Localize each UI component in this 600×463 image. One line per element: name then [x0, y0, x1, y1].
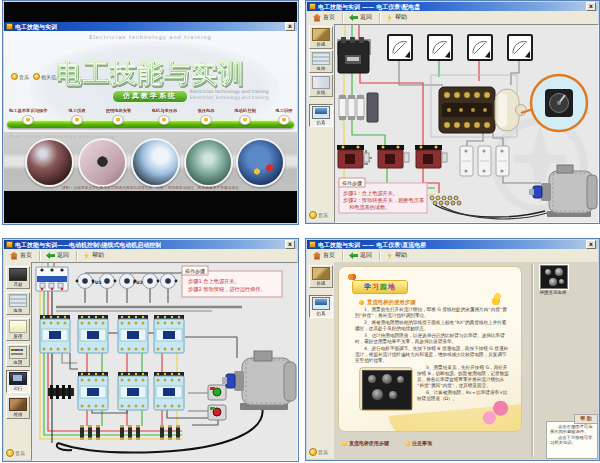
equipment-icon	[9, 268, 27, 281]
banner-english: Electrician technology and training	[4, 34, 297, 40]
rotary-switch[interactable]	[431, 75, 527, 137]
menu-item[interactable]: 电工仪表	[68, 108, 86, 130]
toolbar-separator	[342, 13, 344, 23]
pushbutton-box-sb2[interactable]	[208, 405, 226, 420]
butterfly-icon	[348, 274, 356, 280]
contactor[interactable]	[118, 315, 148, 353]
box-icon	[312, 267, 330, 280]
toolbar-separator	[342, 251, 344, 261]
window-title: 电工技能与实训	[15, 23, 57, 31]
contactor[interactable]	[154, 372, 184, 410]
run-icon	[9, 372, 27, 385]
toolbar-separator	[379, 13, 381, 23]
circuit-breaker[interactable]	[337, 37, 371, 73]
motor	[222, 351, 296, 410]
contactor[interactable]	[78, 372, 108, 410]
sidebar-simulation[interactable]: 仿真	[309, 295, 333, 318]
music-toggle[interactable]: 音乐	[6, 449, 25, 457]
sidebar-simulation[interactable]: 仿真	[309, 104, 333, 127]
bullet-icon	[342, 441, 347, 446]
fuse-bank[interactable]	[339, 93, 378, 122]
help-button[interactable]: 帮助	[383, 12, 410, 23]
sidebar-circuit[interactable]: 电路	[6, 292, 30, 315]
menu-oval-button[interactable]	[158, 115, 170, 125]
close-button[interactable]: x	[285, 22, 295, 31]
help-text: 点击右侧图片可选择不同的观察器件。 点击下方按钮可学习相关知识。	[550, 424, 594, 446]
learning-main: 学习园地 直流电桥的使用步骤 1、测量前先打开检流计锁扣，即将 G 接线柱处的金…	[334, 262, 598, 459]
sidebar-appearance[interactable]: 外观	[309, 26, 333, 49]
menu-item[interactable]: 电工识图	[275, 108, 293, 130]
fuse-row[interactable]: FU1 FU2	[76, 274, 178, 289]
window-panel-sim: 电工技能与实训 —— 电工仪表\配电盘 x 首页 返回 帮助 外观 电路 接线 …	[305, 0, 600, 224]
toolbar: 首页 返回 帮助	[307, 11, 598, 25]
device-thumbnail[interactable]	[540, 265, 568, 289]
home-button[interactable]: 首页	[7, 250, 35, 261]
circuit-breaker[interactable]	[36, 267, 68, 291]
subtitle-english-line2: Electrician Technology and training	[190, 95, 269, 101]
titlebar: 电工技能与实训 —— 电工仪表\直流电桥 x	[307, 240, 598, 249]
svg-text:操作步骤: 操作步骤	[342, 180, 362, 186]
link-usage-steps[interactable]: 直流电桥使用步骤	[342, 440, 389, 446]
analog-meter	[508, 35, 532, 60]
home-button[interactable]: 首页	[310, 250, 338, 261]
window-learning: 电工技能与实训 —— 电工仪表\直流电桥 x 首页 返回 帮助 外观 仿真 音乐…	[305, 238, 600, 461]
sidebar-circuit[interactable]: 电路	[309, 50, 333, 73]
learning-panel: 学习园地 直流电桥的使用步骤 1、测量前先打开检流计锁扣，即将 G 接线柱处的金…	[338, 266, 522, 432]
close-button[interactable]: x	[586, 2, 596, 11]
sidebar-resistor[interactable]: 电阻	[6, 344, 30, 367]
menu-oval-button[interactable]	[239, 115, 251, 125]
pushbutton-box-sb1[interactable]	[208, 385, 226, 400]
contactor[interactable]	[78, 315, 108, 353]
photo-components	[236, 138, 285, 187]
menu-oval-button[interactable]	[200, 115, 212, 125]
contactor[interactable]	[118, 372, 148, 410]
contactor[interactable]	[154, 315, 184, 353]
sidebar: 外观 仿真 音乐	[307, 262, 335, 459]
circuit-icon	[9, 294, 27, 307]
close-button[interactable]: x	[285, 240, 295, 249]
main-title: 电工技能与实训	[4, 56, 297, 91]
sidebar-appearance[interactable]: 外观	[309, 265, 333, 288]
steps-box: 操作步骤 步骤1 合上电源开关。 步骤2 按动按钮，进行运行操作。	[182, 266, 282, 297]
back-button[interactable]: 返回	[346, 250, 375, 261]
menu-item[interactable]: 电动机控制	[234, 108, 257, 130]
steps-box: 操作步骤 步骤1：合上电源开关。 步骤2：按动转换开关，观察电压表 和电流表的读…	[339, 178, 427, 213]
resistor-icon	[9, 346, 27, 359]
current-transformer	[337, 145, 369, 168]
menu-oval-button[interactable]	[112, 115, 124, 125]
menu-item[interactable]: 低压电器	[197, 108, 215, 130]
music-toggle[interactable]: 音乐	[309, 448, 328, 456]
contactor[interactable]	[40, 315, 70, 353]
menu-oval-button[interactable]	[71, 115, 83, 125]
help-tab: 帮 助	[574, 414, 598, 424]
help-icon	[386, 14, 393, 22]
svg-text:步骤1：合上电源开关。: 步骤1：合上电源开关。	[343, 190, 398, 197]
music-toggle[interactable]: 音乐	[309, 211, 328, 219]
sidebar-principle[interactable]: 原理	[6, 318, 30, 341]
link-notes[interactable]: 注意事项	[405, 440, 432, 446]
help-note: 帮 助 点击右侧图片可选择不同的观察器件。 点击下方按钮可学习相关知识。	[546, 421, 598, 459]
sidebar-wiring[interactable]: 接线	[309, 74, 333, 97]
step-paragraph: 4、进行电桥平衡调节。先按下按钮 B 接通电源，再按下按钮 G 接通检流计，根据…	[355, 346, 511, 364]
menu-oval-button[interactable]	[278, 115, 290, 125]
step-paragraph: 3、估计待测电阻阻值，以便选择合适的比较臂与比率臂。选择比率臂时，最好使测量结果…	[355, 333, 511, 345]
photo-tool	[131, 138, 180, 187]
svg-text:和电流表的读数。: 和电流表的读数。	[349, 204, 391, 211]
analog-meter	[468, 35, 492, 60]
menu-oval-button[interactable]	[22, 115, 34, 125]
back-button[interactable]: 返回	[43, 250, 72, 261]
menu-item[interactable]: 照明电路安装	[105, 108, 132, 130]
home-button[interactable]: 首页	[310, 12, 338, 23]
help-button[interactable]: 帮助	[80, 250, 107, 261]
menu-item[interactable]: 电工基本常识与操作	[8, 108, 49, 130]
toolbar-separator	[76, 251, 78, 261]
sidebar-repair[interactable]: 维修	[6, 396, 30, 419]
photo-motor	[184, 138, 233, 187]
sidebar-equipment[interactable]: 器材	[6, 266, 30, 289]
back-button[interactable]: 返回	[346, 12, 375, 23]
sidebar-run[interactable]: 运行	[6, 370, 30, 393]
close-button[interactable]: x	[586, 240, 596, 249]
help-button[interactable]: 帮助	[383, 250, 410, 261]
intro-body: Electrician technology and training 音乐 相…	[4, 31, 297, 191]
menu-item[interactable]: 电机与变压器	[151, 108, 178, 130]
